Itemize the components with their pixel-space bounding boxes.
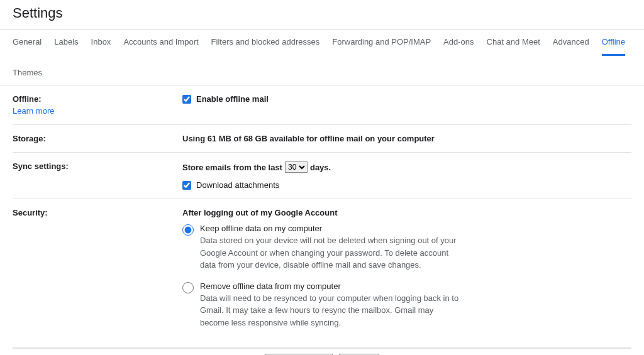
tab-offline[interactable]: Offline [602,37,625,56]
settings-body: Offline: Learn more Enable offline mail … [0,85,644,355]
learn-more-link[interactable]: Learn more [13,106,182,116]
tab-accounts[interactable]: Accounts and Import [123,37,198,55]
tab-inbox[interactable]: Inbox [91,37,111,55]
download-attachments-label: Download attachments [196,180,279,190]
enable-offline-label: Enable offline mail [196,94,269,104]
row-security: Security: After logging out of my Google… [13,199,631,348]
enable-offline-checkbox[interactable] [182,95,191,104]
sync-suffix: days. [310,163,331,172]
offline-label: Offline: [13,94,42,104]
tab-filters[interactable]: Filters and blocked addresses [211,37,320,55]
remove-data-title: Remove offline data from my computer [200,281,464,291]
settings-tabs: General Labels Inbox Accounts and Import… [0,30,644,85]
remove-data-radio[interactable] [182,282,194,293]
download-attachments-checkbox[interactable] [182,181,191,190]
sync-days-select[interactable]: 30 [285,161,308,173]
row-storage: Storage: Using 61 MB of 68 GB available … [13,125,631,153]
security-label: Security: [13,208,182,339]
row-offline: Offline: Learn more Enable offline mail [13,85,631,125]
storage-text: Using 61 MB of 68 GB available for offli… [182,134,435,143]
tab-advanced[interactable]: Advanced [553,37,589,55]
keep-data-title: Keep offline data on my computer [200,224,464,233]
page-title: Settings [0,0,644,29]
sync-label: Sync settings: [13,161,182,190]
tab-addons[interactable]: Add-ons [443,37,474,55]
actions-bar: Save Changes Cancel [13,348,631,355]
storage-label: Storage: [13,134,182,143]
keep-data-radio[interactable] [182,224,194,236]
security-heading: After logging out of my Google Account [182,208,631,217]
tab-forwarding[interactable]: Forwarding and POP/IMAP [332,37,431,55]
sync-prefix: Store emails from the last [182,163,282,172]
tab-themes[interactable]: Themes [13,68,42,85]
radio-group-remove: Remove offline data from my computer Dat… [182,281,631,329]
row-sync: Sync settings: Store emails from the las… [13,153,631,199]
offline-label-cell: Offline: Learn more [13,94,182,116]
tab-chat[interactable]: Chat and Meet [487,37,540,55]
radio-group-keep: Keep offline data on my computer Data st… [182,224,631,271]
tab-general[interactable]: General [13,37,42,55]
tab-labels[interactable]: Labels [54,37,78,55]
remove-data-desc: Data will need to be resynced to your co… [200,292,464,329]
keep-data-desc: Data stored on your device will not be d… [200,234,464,271]
